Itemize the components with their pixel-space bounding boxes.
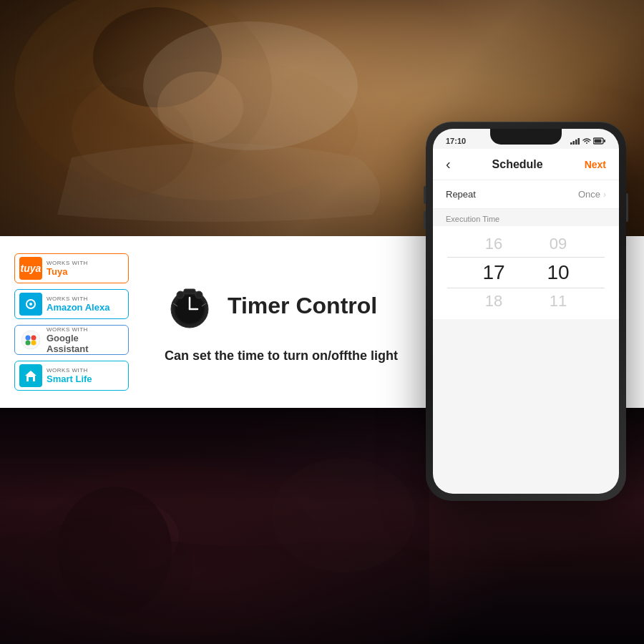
status-time: 17:10 [446,137,466,145]
screen-title: Schedule [492,158,543,171]
minute-item-11: 11 [530,287,587,316]
wifi-icon [582,137,591,145]
tuya-badge-text: WORKS WITH Tuya [47,260,88,277]
alexa-icon-svg [21,294,41,314]
phone-notch [490,129,562,145]
smartlife-badge-text: WORKS WITH Smart Life [47,367,92,384]
smartlife-logo [19,364,42,387]
svg-point-5 [143,21,358,150]
badge-google: WORKS WITH Google Assistant [14,325,129,355]
page-container: tuya WORKS WITH Tuya [0,0,644,644]
svg-point-10 [26,336,31,341]
svg-point-38 [272,458,415,572]
svg-rect-29 [578,138,580,145]
badge-alexa: WORKS WITH Amazon Alexa [14,289,129,319]
minute-item-10-selected: 10 [530,258,587,287]
google-works-with: WORKS WITH [47,326,121,333]
svg-point-8 [29,303,32,306]
svg-rect-32 [604,140,605,142]
alexa-badge-text: WORKS WITH Amazon Alexa [47,296,109,313]
alexa-name: Amazon Alexa [47,302,109,313]
repeat-row[interactable]: Repeat Once › [433,180,619,209]
tuya-logo: tuya [19,257,42,280]
google-name: Google Assistant [47,333,121,354]
repeat-arrow: › [603,190,606,200]
hour-item-17-selected: 17 [465,258,522,287]
badge-smartlife: WORKS WITH Smart Life [14,361,129,391]
phone-nav-bar: ‹ Schedule Next [433,149,619,180]
svg-rect-28 [575,140,577,145]
hour-item-18: 18 [465,287,522,316]
google-icon-svg [21,330,41,350]
signal-icon [570,137,580,145]
middle-wrapper: tuya WORKS WITH Tuya [0,236,644,408]
svg-rect-27 [573,141,575,145]
back-button[interactable]: ‹ [446,156,451,172]
badges-column: tuya WORKS WITH Tuya [0,236,143,408]
badge-tuya: tuya WORKS WITH Tuya [14,253,129,283]
phone-outer-shell: 17:10 [426,122,626,501]
svg-point-11 [31,336,36,341]
hour-picker-col[interactable]: 16 17 18 [465,230,522,316]
svg-point-9 [21,331,40,349]
vol-up-button [424,186,426,204]
smartlife-name: Smart Life [47,374,92,384]
top-scene-svg [0,0,422,236]
minute-picker-col[interactable]: 09 10 11 [530,230,587,316]
svg-rect-23 [184,289,195,293]
repeat-label: Repeat [446,189,476,200]
svg-point-22 [195,291,203,298]
tuya-works-with: WORKS WITH [47,260,88,266]
google-badge-text: WORKS WITH Google Assistant [47,326,121,354]
google-logo [19,328,42,351]
smartlife-works-with: WORKS WITH [47,367,92,374]
execution-time-label: Execution Time [433,209,619,226]
phone-mockup: 17:10 [426,122,626,501]
timer-title: Timer Control [228,293,377,319]
bottom-scene-svg [0,408,429,644]
battery-icon [593,137,606,145]
status-icons [570,137,606,145]
alexa-works-with: WORKS WITH [47,296,109,302]
alexa-logo [19,293,42,316]
next-button[interactable]: Next [585,159,606,170]
time-picker[interactable]: 16 17 18 09 10 11 [433,226,619,319]
phone-screen: 17:10 [433,129,619,494]
vol-down-button [424,211,426,229]
smartlife-icon-svg [21,366,41,386]
svg-rect-31 [595,139,602,142]
minute-item-09: 09 [530,230,587,258]
repeat-value: Once › [578,189,606,200]
power-button [626,193,628,222]
tuya-name: Tuya [47,266,88,277]
svg-point-21 [177,291,184,298]
hour-item-16: 16 [465,230,522,258]
svg-point-12 [26,341,31,346]
svg-rect-15 [29,377,33,381]
svg-point-13 [31,341,36,346]
timer-icon-svg [165,280,215,331]
tuya-logo-text: tuya [21,263,42,274]
svg-rect-26 [570,142,572,145]
